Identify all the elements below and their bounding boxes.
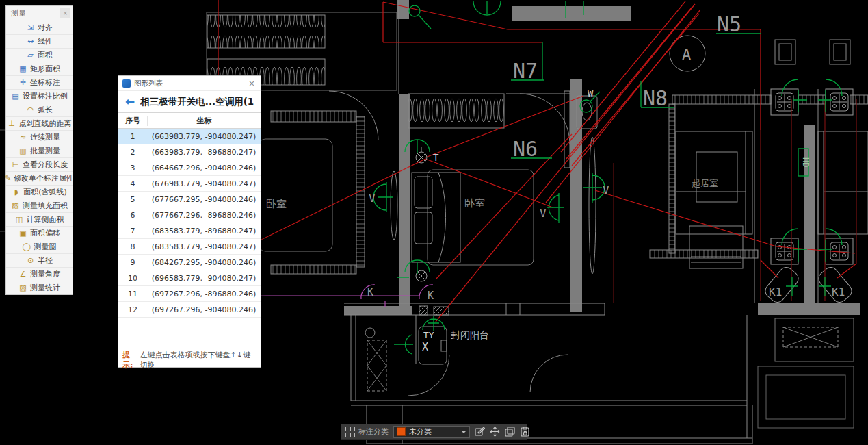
table-row[interactable]: 4(676983.779, -904080.247): [118, 176, 261, 192]
edit-icon: [475, 427, 485, 437]
table-row[interactable]: 11(697267.296, -896880.246): [118, 286, 261, 302]
coordinate-table: 1(663983.779, -904080.247)2(663983.779, …: [118, 129, 261, 353]
angle-icon: ∠: [18, 270, 27, 279]
continuous-measure-icon: ≈: [18, 133, 27, 142]
table-row[interactable]: 10(696583.779, -904080.247): [118, 270, 261, 286]
sidebar-item-linear[interactable]: ↔线性: [6, 35, 73, 49]
app-icon: [122, 79, 131, 88]
cad-label: N7: [513, 59, 538, 83]
paste-annotation-button[interactable]: [520, 427, 530, 437]
cad-risers: [614, 99, 856, 303]
edit-attribute-icon: ✎: [5, 174, 11, 183]
annotation-category-label: 标注分类: [358, 427, 389, 437]
sidebar-item-area-arc[interactable]: ◗面积(含弧线): [6, 186, 73, 199]
copy-icon: [505, 427, 515, 437]
table-row[interactable]: 9(684267.295, -904080.246): [118, 255, 261, 270]
move-annotation-button[interactable]: [490, 427, 500, 437]
table-header: 序号 坐标: [118, 112, 261, 129]
category-dropdown[interactable]: 未分类: [393, 426, 470, 438]
back-icon[interactable]: ←: [125, 96, 135, 107]
coordinate-icon: ✛: [18, 78, 27, 87]
radius-icon: ⊙: [26, 256, 35, 265]
sidebar-item-batch[interactable]: ▥批量测量: [6, 144, 73, 158]
table-row[interactable]: 7(683583.779, -896880.247): [118, 223, 261, 239]
cad-label: N8: [643, 86, 668, 110]
sidebar-item-scale[interactable]: ▤设置标注比例: [6, 90, 73, 103]
linear-dimension-icon: ↔: [26, 37, 35, 46]
cad-label: 卧室: [464, 197, 485, 209]
annotation-grid-icon[interactable]: [345, 427, 354, 437]
sidebar-item-align[interactable]: ⇲对齐: [6, 21, 73, 35]
close-icon[interactable]: ×: [60, 8, 70, 18]
sidebar-item-point-line[interactable]: ⊥点到直线的距离: [6, 117, 73, 131]
cad-label: K: [367, 286, 373, 298]
table-row[interactable]: 1(663983.779, -904080.247): [118, 129, 261, 144]
table-row[interactable]: 2(663983.779, -896880.247): [118, 144, 261, 160]
sidebar-item-area[interactable]: ▱面积: [6, 49, 73, 62]
move-icon: [490, 427, 500, 437]
cad-label: K1: [769, 285, 782, 298]
segment-length-icon: ⊢: [11, 160, 20, 169]
app-window: N5N7N8N6AWTVVVKKK1K1TYX卧室卧室起居室封闭阳台HD 测量 …: [0, 0, 868, 445]
scale-icon: ▤: [11, 92, 20, 101]
measure-circle-icon: ◯: [23, 242, 31, 251]
sidebar-item-arc-length[interactable]: ◠弧长: [6, 103, 73, 117]
cad-label: K1: [832, 285, 845, 298]
sidebar-item-coordinate[interactable]: ✛坐标标注: [6, 76, 73, 90]
cad-symbols: [373, 1, 842, 354]
cad-label: HD: [801, 157, 811, 167]
sidebar-item-segment-length[interactable]: ⊢查看分段长度: [6, 158, 73, 172]
cad-label: N6: [513, 137, 538, 161]
sidebar-item-side-area[interactable]: ◫计算侧面积: [6, 213, 73, 227]
sidebar-item-continuous[interactable]: ≈连续测量: [6, 131, 73, 144]
measure-panel-titlebar: 测量 ×: [6, 6, 73, 21]
cad-label: V: [540, 207, 547, 220]
cad-label: V: [603, 183, 609, 196]
cad-labels: N5N7N8N6AWTVVVKKK1K1TYX卧室卧室起居室封闭阳台HD: [266, 12, 845, 353]
cad-label: N5: [717, 12, 741, 36]
column-header-no: 序号: [118, 116, 148, 126]
arc-length-icon: ◠: [26, 105, 35, 114]
graphics-list-panel: 图形列表 × ← 相三极带开关电...空调用(12 序号 坐标 1(663983…: [118, 75, 261, 368]
table-row[interactable]: 6(677667.296, -896880.246): [118, 207, 261, 223]
graphics-list-titlebar: 图形列表 ×: [118, 76, 261, 91]
sidebar-item-circle[interactable]: ◯测量圆: [6, 240, 73, 254]
table-row[interactable]: 3(664667.296, -904080.246): [118, 160, 261, 176]
entity-name-heading: 相三极带开关电...空调用(12: [140, 96, 254, 108]
cad-label: 卧室: [266, 198, 287, 210]
graphics-list-title: 图形列表: [134, 79, 244, 88]
chevron-down-icon: [461, 431, 466, 433]
table-row[interactable]: 5(677667.295, -904080.246): [118, 192, 261, 207]
table-row[interactable]: 12(697267.296, -904080.246): [118, 302, 261, 318]
cad-label: 封闭阳台: [451, 329, 489, 340]
cad-label: X: [422, 341, 428, 353]
sidebar-item-rect-area[interactable]: ▦矩形面积: [6, 62, 73, 76]
rect-area-icon: ▦: [18, 64, 27, 73]
point-to-line-icon: ⊥: [8, 119, 16, 128]
sidebar-item-stats[interactable]: ▧测量统计: [6, 281, 73, 294]
graphics-list-header-row: ← 相三极带开关电...空调用(12: [118, 91, 261, 112]
hint-prefix: 提示:: [122, 350, 140, 370]
copy-annotation-button[interactable]: [505, 427, 515, 437]
edit-annotation-button[interactable]: [475, 427, 485, 437]
sidebar-item-area-offset[interactable]: ▣面积偏移: [6, 227, 73, 240]
sidebar-item-edit-attr[interactable]: ✎修改单个标注属性: [6, 172, 73, 186]
hint-text: 左键点击表格项或按下键盘↑↓键切换: [140, 350, 257, 370]
category-dropdown-value: 未分类: [409, 427, 458, 437]
sidebar-item-angle[interactable]: ∠测量角度: [6, 268, 73, 281]
sidebar-item-radius[interactable]: ⊙半径: [6, 254, 73, 268]
cad-label: T: [433, 152, 439, 163]
fill-area-icon: ▨: [11, 201, 20, 210]
cad-label: V: [369, 192, 376, 205]
align-icon: ⇲: [26, 23, 35, 32]
cad-label: TY: [423, 330, 434, 340]
area-icon: ▱: [26, 51, 35, 60]
close-icon[interactable]: ×: [247, 79, 257, 88]
batch-measure-icon: ▥: [18, 147, 27, 155]
sidebar-item-fill-area[interactable]: ▨测量填充面积: [6, 199, 73, 213]
category-color-swatch: [397, 427, 406, 436]
hint-bar: 提示: 左键点击表格项或按下键盘↑↓键切换: [118, 353, 261, 367]
paste-icon: [520, 427, 530, 437]
table-row[interactable]: 8(683583.779, -904080.247): [118, 239, 261, 255]
area-with-arc-icon: ◗: [12, 188, 21, 196]
